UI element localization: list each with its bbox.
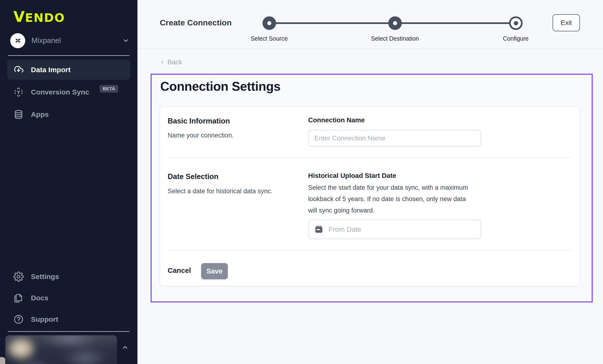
wizard-header: Create Connection Select Source Select D… — [138, 0, 603, 49]
sidebar-nav: Data Import Conversion Sync BETA — [0, 60, 138, 127]
beta-badge: BETA — [100, 85, 118, 93]
date-selection-title: Date Selection — [168, 172, 219, 181]
sidebar-divider — [8, 55, 130, 56]
main-content: Create Connection Select Source Select D… — [138, 0, 603, 364]
blurred-profile-content — [5, 335, 117, 364]
step-circle-select-destination[interactable] — [388, 16, 402, 30]
connection-name-input[interactable] — [308, 130, 481, 146]
basic-info-title: Basic Information — [168, 117, 230, 125]
basic-info-description: Name your connection. — [168, 132, 234, 139]
cancel-button[interactable]: Cancel — [168, 266, 191, 275]
chevron-left-icon — [160, 60, 165, 65]
database-icon — [13, 109, 24, 120]
sidebar-item-label: Docs — [31, 294, 48, 302]
logo-text-rest: ENDO — [25, 11, 65, 25]
logo-text-cap: V — [13, 8, 25, 25]
gear-icon — [13, 271, 24, 282]
sidebar-item-label: Settings — [31, 273, 59, 281]
chevron-down-icon — [122, 37, 129, 44]
historical-upload-description: Select the start date for your data sync… — [308, 182, 472, 216]
vendo-logo[interactable]: VENDO — [13, 8, 65, 25]
connection-name-label: Connection Name — [308, 116, 365, 124]
pages-icon — [13, 293, 24, 303]
back-label: Back — [167, 58, 182, 66]
settings-card: Basic Information Name your connection. … — [160, 106, 580, 286]
exit-button[interactable]: Exit — [553, 14, 580, 31]
corner-peek-shape — [0, 357, 5, 364]
step-label-configure: Configure — [503, 35, 529, 42]
date-selection-description: Select a date for historical data sync. — [168, 188, 272, 195]
page-title: Connection Settings — [160, 79, 280, 94]
workspace-name: Mixpanel — [31, 36, 61, 45]
from-date-input[interactable] — [329, 226, 475, 233]
from-date-field[interactable] — [308, 220, 481, 239]
connection-settings-panel: Connection Settings Basic Information Na… — [151, 74, 593, 302]
sidebar-item-apps[interactable]: Apps — [7, 104, 130, 124]
section-divider — [168, 157, 572, 158]
workspace-selector[interactable]: Mixpanel — [10, 33, 129, 48]
help-circle-icon — [13, 314, 24, 325]
mixpanel-logo-icon — [10, 33, 25, 48]
cloud-download-icon — [13, 65, 24, 75]
sidebar-item-data-import[interactable]: Data Import — [7, 60, 130, 80]
axes-sync-icon — [13, 87, 24, 97]
sidebar-item-support[interactable]: Support — [7, 309, 130, 330]
step-label-select-source: Select Source — [251, 35, 288, 42]
sidebar-item-label: Conversion Sync — [31, 88, 89, 96]
sidebar-item-label: Apps — [31, 110, 49, 119]
sidebar-item-docs[interactable]: Docs — [7, 287, 130, 309]
sidebar-item-conversion-sync[interactable]: Conversion Sync BETA — [7, 82, 130, 102]
sidebar-divider — [8, 331, 130, 332]
step-circle-configure[interactable] — [509, 16, 523, 30]
historical-upload-label: Historical Upload Start Date — [308, 172, 396, 179]
step-circle-select-source[interactable] — [263, 16, 276, 30]
save-button[interactable]: Save — [201, 263, 228, 279]
sidebar-item-settings[interactable]: Settings — [7, 266, 130, 287]
user-profile-card[interactable] — [5, 335, 117, 364]
sidebar-item-label: Data Import — [31, 66, 71, 74]
sidebar-item-label: Support — [31, 315, 58, 323]
wizard-title: Create Connection — [160, 18, 232, 27]
back-button[interactable]: Back — [160, 58, 182, 66]
sidebar: VENDO Mixpanel — [0, 0, 138, 364]
sidebar-footer-nav: Settings Docs — [0, 266, 138, 330]
calendar-icon — [314, 224, 324, 234]
footer-divider — [168, 250, 572, 251]
app-screen: VENDO Mixpanel — [0, 0, 603, 364]
chevron-up-icon[interactable] — [121, 344, 129, 351]
step-label-select-destination: Select Destination — [371, 35, 419, 42]
